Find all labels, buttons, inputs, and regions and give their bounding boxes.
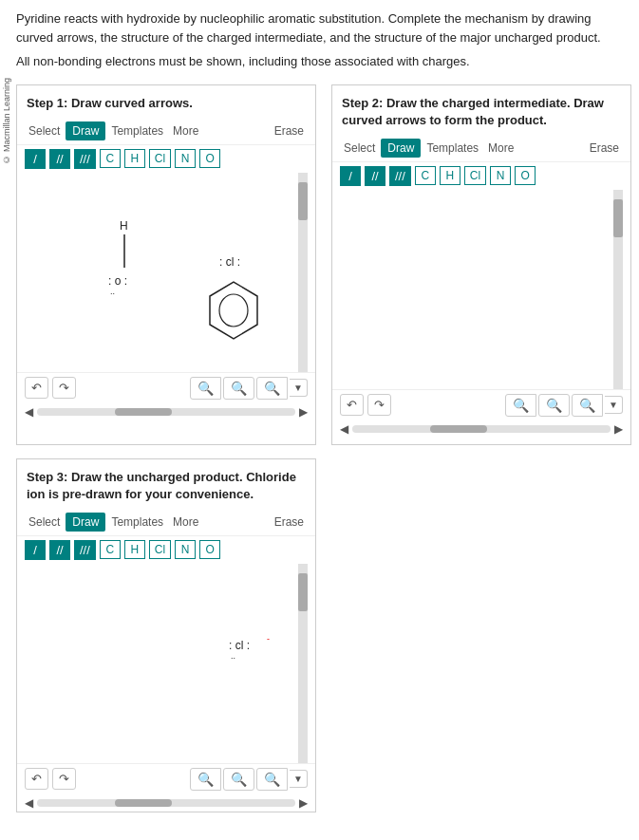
panel2-more-btn[interactable]: More: [484, 140, 517, 157]
panel2-zoom-fit-btn[interactable]: 🔍: [538, 394, 570, 417]
panel3-atom-C[interactable]: C: [100, 540, 121, 559]
panel3-more-btn[interactable]: More: [169, 513, 202, 531]
panel3-templates-btn[interactable]: Templates: [107, 513, 167, 531]
panel3-zoom-in-btn[interactable]: 🔍: [190, 768, 221, 791]
panel1-zoom-fit-btn[interactable]: 🔍: [223, 377, 254, 400]
panel3-molecule-svg: : cl : .. -: [25, 564, 308, 735]
panel1-redo-btn[interactable]: ↷: [52, 377, 76, 399]
panel1-single-bond[interactable]: /: [25, 149, 46, 169]
panel1-undo-btn[interactable]: ↶: [25, 377, 48, 399]
panel1-zoom-in-btn[interactable]: 🔍: [190, 377, 221, 400]
panel1-atom-N[interactable]: N: [175, 149, 196, 168]
panel2-single-bond[interactable]: /: [340, 166, 361, 186]
panel3-draw-btn[interactable]: Draw: [66, 513, 105, 532]
panel2-zoom-controls: 🔍 🔍 🔍 ▼: [505, 394, 623, 417]
panel3-toolbar: Select Draw Templates More Erase: [17, 509, 315, 536]
svg-point-6: [219, 294, 248, 327]
panel2-undo-btn[interactable]: ↶: [340, 394, 364, 416]
svg-text:: cl :: : cl :: [229, 639, 250, 652]
panel1-atom-toolbar: / // /// C H Cl N O: [17, 145, 315, 173]
macmillan-label: © Macmillan Learning: [0, 76, 13, 166]
panel1-draw-btn[interactable]: Draw: [66, 121, 105, 140]
panel3-scroll-left[interactable]: ◀: [25, 796, 33, 810]
panel1-triple-bond[interactable]: ///: [74, 149, 96, 169]
panel3-erase-btn[interactable]: Erase: [271, 513, 308, 531]
panel3-triple-bond[interactable]: ///: [74, 540, 96, 560]
panel2-select-btn[interactable]: Select: [340, 140, 379, 157]
panel2-scroll-left[interactable]: ◀: [340, 422, 348, 436]
panel2-atom-N[interactable]: N: [490, 166, 511, 185]
panel3-select-btn[interactable]: Select: [25, 513, 64, 531]
panel3-undo-btn[interactable]: ↶: [25, 768, 48, 790]
panel3-zoom-controls: 🔍 🔍 🔍 ▼: [190, 768, 308, 791]
panel3-atom-N[interactable]: N: [175, 540, 196, 559]
question-text-2: All non-bonding electrons must be shown,…: [16, 52, 630, 71]
panel1-erase-btn[interactable]: Erase: [271, 122, 308, 140]
panel1-atom-C[interactable]: C: [100, 149, 121, 168]
svg-text:: cl :: : cl :: [219, 255, 240, 269]
panel2-scrollbar-bottom: ◀ ▶: [332, 420, 630, 438]
panel1-scroll-track[interactable]: [37, 408, 295, 416]
panel2-molecule-svg: [340, 190, 623, 389]
panel3-atom-O[interactable]: O: [199, 540, 220, 559]
panel1-title: Step 1: Draw curved arrows.: [17, 85, 315, 118]
svg-text:..: ..: [110, 287, 115, 296]
panel1-zoom-dropdown-arrow[interactable]: ▼: [290, 379, 308, 397]
panel2-triple-bond[interactable]: ///: [389, 166, 411, 186]
panel3-scroll-track[interactable]: [37, 799, 295, 807]
panel3-atom-toolbar: / // /// C H Cl N O: [17, 536, 315, 564]
panel1-bottom-controls: ↶ ↷ 🔍 🔍 🔍 ▼: [17, 372, 315, 403]
svg-text:H: H: [120, 219, 128, 233]
panel3-atom-Cl[interactable]: Cl: [149, 540, 171, 559]
panel2-bottom-controls: ↶ ↷ 🔍 🔍 🔍 ▼: [332, 389, 630, 420]
panel2-zoom-dropdown-arrow[interactable]: ▼: [605, 396, 623, 414]
panel1-double-bond[interactable]: //: [49, 149, 70, 169]
panel1-more-btn[interactable]: More: [169, 122, 202, 140]
panel2-scroll-track[interactable]: [352, 425, 611, 433]
panel2-zoom-in-btn[interactable]: 🔍: [505, 394, 536, 417]
panel1-atom-O[interactable]: O: [199, 149, 220, 168]
panel3-title: Step 3: Draw the uncharged product. Chlo…: [17, 459, 315, 509]
panel3-drawing-area[interactable]: : cl : .. -: [25, 564, 308, 763]
panel1-select-btn[interactable]: Select: [25, 122, 64, 140]
panel2-scroll-right[interactable]: ▶: [614, 422, 623, 436]
panel3-bottom-controls: ↶ ↷ 🔍 🔍 🔍 ▼: [17, 763, 315, 794]
panel3-zoom-dropdown-arrow[interactable]: ▼: [290, 770, 308, 788]
panel2-atom-C[interactable]: C: [415, 166, 436, 185]
panel2-atom-H[interactable]: H: [440, 166, 460, 185]
panel3-scrollbar-right[interactable]: [298, 564, 308, 763]
panel1-atom-H[interactable]: H: [124, 149, 145, 168]
panel1-scroll-left[interactable]: ◀: [25, 405, 33, 419]
panel2-zoom-out-btn[interactable]: 🔍: [572, 394, 603, 417]
panel2-title: Step 2: Draw the charged intermediate. D…: [332, 85, 630, 135]
panel3-atom-H[interactable]: H: [124, 540, 145, 559]
panel3-double-bond[interactable]: //: [49, 540, 70, 560]
panel2-redo-btn[interactable]: ↷: [367, 394, 391, 416]
panel2-draw-btn[interactable]: Draw: [381, 139, 421, 158]
panel2-templates-btn[interactable]: Templates: [423, 140, 482, 157]
panel3-scroll-right[interactable]: ▶: [299, 796, 308, 810]
svg-marker-5: [210, 282, 257, 339]
panel2-toolbar: Select Draw Templates More Erase: [332, 135, 630, 162]
panel1-scrollbar-bottom: ◀ ▶: [17, 403, 315, 420]
panel1-toolbar: Select Draw Templates More Erase: [17, 118, 315, 145]
panel2-scrollbar-right[interactable]: [613, 190, 623, 389]
panel1-scroll-right[interactable]: ▶: [299, 405, 308, 419]
panel3-redo-btn[interactable]: ↷: [52, 768, 76, 790]
panel2-double-bond[interactable]: //: [365, 166, 385, 186]
panel3-zoom-out-btn[interactable]: 🔍: [256, 768, 288, 791]
panel2-atom-Cl[interactable]: Cl: [464, 166, 486, 185]
panel-step3: Step 3: Draw the uncharged product. Chlo…: [16, 458, 316, 812]
panel2-atom-O[interactable]: O: [515, 166, 536, 185]
panel1-drawing-area[interactable]: H : o : .. : cl :: [25, 173, 308, 372]
panel1-scrollbar-right[interactable]: [298, 173, 308, 372]
panel2-erase-btn[interactable]: Erase: [586, 140, 623, 157]
panel2-drawing-area[interactable]: [340, 190, 623, 389]
panel3-single-bond[interactable]: /: [25, 540, 46, 560]
panel1-templates-btn[interactable]: Templates: [107, 122, 167, 140]
panel1-atom-Cl[interactable]: Cl: [149, 149, 171, 168]
panel1-zoom-out-btn[interactable]: 🔍: [256, 377, 288, 400]
svg-text:-: -: [267, 634, 270, 644]
svg-text:: o :: : o :: [108, 274, 127, 288]
panel3-zoom-fit-btn[interactable]: 🔍: [223, 768, 254, 791]
